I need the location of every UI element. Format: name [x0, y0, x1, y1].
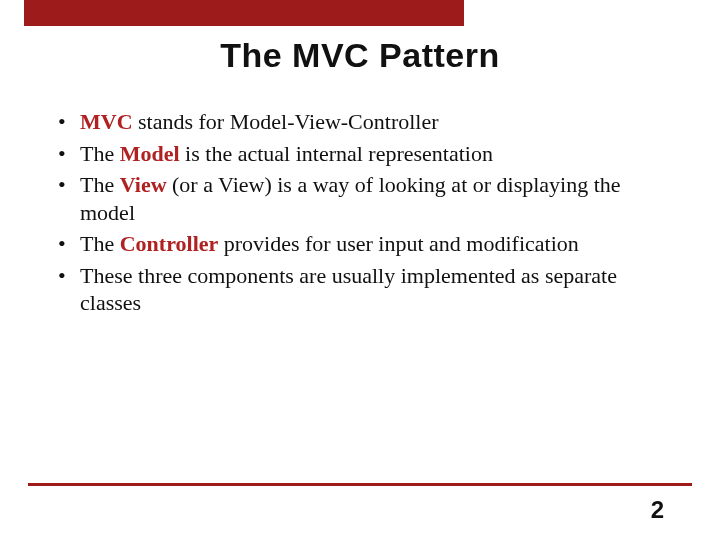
bullet-item: These three components are usually imple…: [52, 262, 668, 317]
bullet-item: The View (or a View) is a way of looking…: [52, 171, 668, 226]
bullet-keyword: Model: [120, 141, 180, 166]
bullet-post: These three components are usually imple…: [80, 263, 617, 316]
page-number: 2: [651, 496, 664, 524]
bullet-keyword: MVC: [80, 109, 133, 134]
bullet-post: stands for Model-View-Controller: [133, 109, 439, 134]
bullet-item: The Controller provides for user input a…: [52, 230, 668, 258]
content-area: MVC stands for Model-View-Controller The…: [52, 108, 668, 321]
bullet-post: is the actual internal representation: [180, 141, 493, 166]
bullet-item: The Model is the actual internal represe…: [52, 140, 668, 168]
slide-title: The MVC Pattern: [0, 36, 720, 75]
bullet-list: MVC stands for Model-View-Controller The…: [52, 108, 668, 317]
bullet-item: MVC stands for Model-View-Controller: [52, 108, 668, 136]
bullet-keyword: Controller: [120, 231, 219, 256]
bullet-pre: The: [80, 231, 120, 256]
bullet-keyword: View: [120, 172, 167, 197]
footer-rule: [28, 483, 692, 486]
header-accent-bar: [24, 0, 464, 26]
bullet-post: provides for user input and modification: [218, 231, 578, 256]
bullet-pre: The: [80, 141, 120, 166]
bullet-pre: The: [80, 172, 120, 197]
